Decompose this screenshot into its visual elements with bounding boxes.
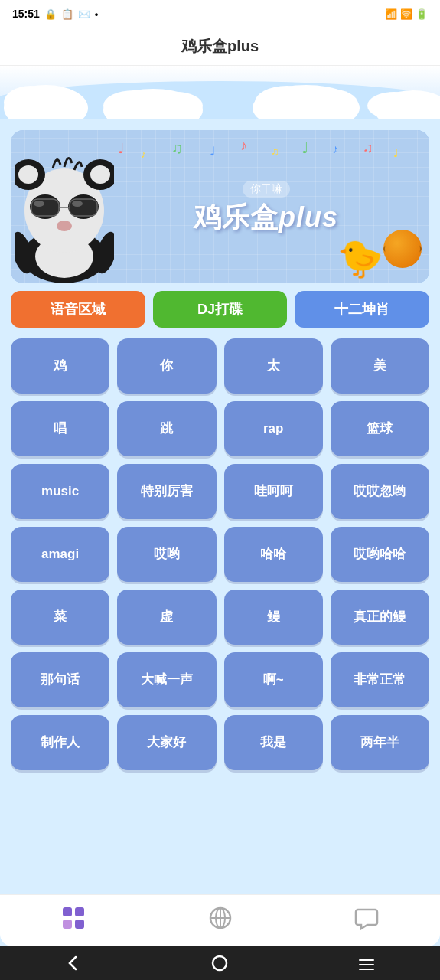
status-dot: • (95, 8, 99, 20)
sound-btn-23[interactable]: 非常正常 (331, 652, 429, 707)
banner-title: 鸡乐盒plus (194, 202, 338, 233)
sound-btn-27[interactable]: 两年半 (331, 715, 429, 770)
sound-btn-21[interactable]: 大喊一声 (117, 652, 216, 707)
sound-btn-10[interactable]: 哇呵呵 (224, 464, 323, 519)
svg-point-10 (367, 92, 421, 119)
svg-rect-28 (63, 907, 72, 916)
basketball (383, 230, 422, 268)
svg-point-16 (18, 165, 38, 184)
sound-btn-6[interactable]: rap (224, 401, 323, 456)
system-bar (0, 946, 440, 980)
svg-rect-31 (75, 920, 84, 929)
category-zodiac[interactable]: 十二坤肖 (295, 291, 429, 328)
sound-btn-20[interactable]: 那句话 (11, 652, 109, 707)
svg-point-23 (34, 201, 44, 207)
cloud-decoration (0, 66, 440, 119)
svg-point-25 (57, 220, 72, 231)
svg-rect-30 (63, 920, 72, 929)
sound-btn-11[interactable]: 哎哎忽哟 (331, 464, 429, 519)
sound-btn-0[interactable]: 鸡 (11, 338, 109, 394)
home-button[interactable] (203, 946, 236, 980)
sound-btn-7[interactable]: 篮球 (331, 401, 429, 456)
status-icon3: ✉️ (78, 8, 90, 20)
svg-point-24 (72, 201, 83, 207)
nav-message[interactable] (293, 895, 440, 946)
nav-home[interactable] (0, 895, 147, 946)
nav-discover[interactable] (147, 895, 294, 946)
sound-btn-1[interactable]: 你 (117, 338, 216, 394)
discover-icon (208, 906, 233, 936)
sound-btn-5[interactable]: 跳 (117, 401, 216, 456)
chick-character: 🐤 (337, 237, 383, 280)
status-icon1: 🔒 (44, 8, 57, 20)
sound-btn-18[interactable]: 鳗 (224, 590, 323, 645)
banner-small-text: 你干嘛 (243, 181, 290, 198)
sound-btn-17[interactable]: 虚 (117, 590, 216, 645)
svg-point-5 (149, 92, 203, 119)
sound-btn-16[interactable]: 菜 (11, 590, 109, 645)
status-bar: 15:51 🔒 📋 ✉️ • 📶 🛜 🔋 (0, 0, 440, 28)
app-header: 鸡乐盒plus (0, 28, 440, 66)
sound-btn-8[interactable]: music (11, 464, 109, 519)
sound-btn-24[interactable]: 制作人 (11, 715, 109, 770)
panda-character (11, 138, 118, 283)
bottom-nav (0, 894, 440, 946)
signal-icon: 📶 (385, 8, 397, 20)
category-buttons: 语音区域 DJ打碟 十二坤肖 (11, 291, 429, 328)
sound-btn-19[interactable]: 真正的鳗 (331, 590, 429, 645)
sound-btn-12[interactable]: amagi (11, 527, 109, 582)
back-button[interactable] (57, 946, 90, 980)
home-icon (61, 906, 86, 936)
svg-rect-29 (75, 907, 84, 916)
banner: ♩ ♪ ♫ ♩ ♪ ♫ ♩ ♪ ♫ ♩ (11, 130, 429, 283)
sound-btn-13[interactable]: 哎哟 (117, 527, 216, 582)
app-title: 鸡乐盒plus (181, 36, 259, 57)
sound-btn-22[interactable]: 啊~ (224, 652, 323, 707)
sound-btn-4[interactable]: 唱 (11, 401, 109, 456)
svg-point-36 (213, 956, 227, 970)
battery-icon: 🔋 (416, 8, 428, 20)
wifi-icon: 🛜 (400, 8, 412, 20)
main-content: ♩ ♪ ♫ ♩ ♪ ♫ ♩ ♪ ♫ ♩ (0, 119, 440, 980)
sound-btn-3[interactable]: 美 (331, 338, 429, 394)
status-icon2: 📋 (61, 8, 73, 20)
category-dj[interactable]: DJ打碟 (153, 291, 288, 328)
status-time: 15:51 (12, 8, 40, 20)
category-voice[interactable]: 语音区域 (11, 291, 145, 328)
svg-point-17 (90, 165, 110, 184)
message-icon (354, 906, 379, 936)
sound-btn-26[interactable]: 我是 (224, 715, 323, 770)
sound-btn-25[interactable]: 大家好 (117, 715, 216, 770)
svg-point-8 (300, 89, 358, 119)
svg-point-2 (38, 90, 84, 118)
sound-btn-9[interactable]: 特别厉害 (117, 464, 216, 519)
menu-button[interactable] (350, 946, 383, 980)
sound-grid: 鸡 你 太 美 唱 跳 rap 篮球 music 特别厉害 哇呵呵 哎哎忽哟 a… (0, 338, 440, 770)
sound-btn-15[interactable]: 哎哟哈哈 (331, 527, 429, 582)
sound-btn-14[interactable]: 哈哈 (224, 527, 323, 582)
sound-btn-2[interactable]: 太 (224, 338, 323, 394)
